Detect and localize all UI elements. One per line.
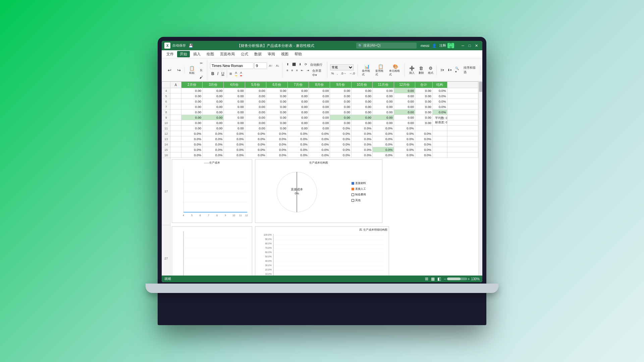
cell-g10[interactable]: 0.00	[287, 120, 309, 126]
cell-d4[interactable]: 0.00	[224, 88, 245, 94]
cell-h9[interactable]: 0.00	[309, 115, 330, 120]
cell-b13[interactable]: 0.0%	[181, 136, 202, 142]
redo-button[interactable]: ↪	[174, 67, 183, 73]
menu-view[interactable]: 视图	[278, 51, 291, 57]
cell-j15[interactable]: 0.0%	[351, 147, 372, 153]
cell-e9[interactable]: 0.00	[245, 115, 266, 120]
cell-l9[interactable]: 0.00	[394, 115, 415, 120]
cell-g8[interactable]: 0.00	[287, 110, 309, 115]
cell-d15[interactable]: 0.0%	[224, 147, 245, 153]
cell-m6[interactable]: 0.00	[415, 99, 432, 104]
menu-home[interactable]: 开始	[177, 51, 190, 57]
cell-k11[interactable]: 0.0%	[373, 126, 394, 131]
cell-j14[interactable]: 0.0%	[351, 142, 372, 147]
cell-e5[interactable]: 0.00	[245, 94, 266, 99]
cell-d10[interactable]: 0.00	[224, 120, 245, 126]
cell-c6[interactable]: 0.00	[203, 99, 224, 104]
align-middle-button[interactable]: ⬛	[291, 62, 297, 68]
conditional-format-button[interactable]: 📊 条件格式	[361, 63, 373, 77]
cell-c5[interactable]: 0.00	[203, 94, 224, 99]
cell-g9[interactable]: 0.00	[287, 115, 309, 120]
cell-d9[interactable]: 0.00	[224, 115, 245, 120]
cell-n6[interactable]: 0.0%	[432, 99, 447, 104]
vertical-scrollbar[interactable]	[478, 81, 482, 276]
cell-j5[interactable]: 0.00	[351, 94, 372, 99]
cell-c8[interactable]: 0.00	[203, 110, 224, 115]
decrease-indent-button[interactable]: ⇤	[300, 68, 305, 78]
cell-l8[interactable]: 0.00	[394, 110, 415, 115]
cell-k7[interactable]: 0.00	[373, 104, 394, 110]
menu-insert[interactable]: 插入	[191, 51, 203, 57]
cell-h11[interactable]: 0.00	[309, 126, 330, 131]
cell-g14[interactable]: 0.0%	[287, 142, 309, 147]
cell-i5[interactable]: 0.00	[330, 94, 351, 99]
cell-i12[interactable]: 0.0%	[330, 131, 351, 136]
cell-k10[interactable]: 0.00	[373, 120, 394, 126]
col-c-header[interactable]: 3月份	[203, 82, 224, 88]
cell-b8[interactable]: 0.00	[181, 110, 202, 115]
cell-c7[interactable]: 0.00	[203, 104, 224, 110]
cell-h7[interactable]: 0.00	[309, 104, 330, 110]
cell-d11[interactable]: 0.00	[224, 126, 245, 131]
format-as-table-button[interactable]: 📋 套用格式	[374, 63, 387, 77]
cell-h5[interactable]: 0.00	[309, 94, 330, 99]
increase-indent-button[interactable]: ⇥	[305, 68, 311, 78]
cell-g7[interactable]: 0.00	[287, 104, 309, 110]
cell-n4[interactable]: 0.0%	[432, 88, 447, 94]
cell-f9[interactable]: 0.00	[266, 115, 287, 120]
cell-m12[interactable]: 0.0%	[415, 131, 432, 136]
cell-l13[interactable]: 0.0%	[394, 136, 415, 142]
cell-a5[interactable]	[170, 94, 181, 99]
cell-i6[interactable]: 0.00	[330, 99, 351, 104]
cell-j11[interactable]: 0.0%	[351, 126, 372, 131]
cell-f12[interactable]: 0.0%	[266, 131, 287, 136]
cell-b16[interactable]: 0.0%	[181, 153, 202, 158]
paste-button[interactable]: 📋 粘贴	[187, 65, 196, 75]
cell-g15[interactable]: 0.0%	[287, 147, 309, 153]
save-icon[interactable]: 💾	[189, 44, 193, 48]
cell-l6[interactable]: 0.00	[394, 99, 415, 104]
cell-a16[interactable]	[170, 153, 181, 158]
cell-n8[interactable]: 0.0%	[432, 110, 447, 115]
cell-m5[interactable]: 0.00	[415, 94, 432, 99]
cell-a6[interactable]	[170, 99, 181, 104]
fill-button[interactable]: ⬇▾	[446, 68, 453, 72]
cell-h14[interactable]: 0.0%	[309, 142, 330, 147]
cell-i10[interactable]: 0.00	[330, 120, 351, 126]
zoom-out-button[interactable]: ─	[444, 277, 446, 281]
cell-m8[interactable]: 0.00	[415, 110, 432, 115]
cell-j4[interactable]: 0.00	[351, 88, 372, 94]
cell-k15[interactable]: 0.0%	[373, 147, 394, 153]
align-top-button[interactable]: ⬆	[285, 62, 290, 68]
cell-i15[interactable]: 0.0%	[330, 147, 351, 153]
cell-b11[interactable]: 0.00	[181, 126, 202, 131]
cell-m15[interactable]: 0.0%	[415, 147, 432, 153]
italic-button[interactable]: I	[216, 71, 220, 77]
cell-d14[interactable]: 0.0%	[224, 142, 245, 147]
cell-e10[interactable]: 0.00	[245, 120, 266, 126]
menu-page-layout[interactable]: 页面布局	[217, 51, 237, 57]
cell-a8[interactable]	[170, 110, 181, 115]
cell-h4[interactable]: 0.00	[309, 88, 330, 94]
cell-e13[interactable]: 0.0%	[245, 136, 266, 142]
cell-l11[interactable]: 0.0%	[394, 126, 415, 131]
cell-a14[interactable]	[170, 142, 181, 147]
cell-d16[interactable]: 0.0%	[224, 153, 245, 158]
border-button[interactable]: ⊞	[228, 71, 233, 76]
cell-e15[interactable]: 0.0%	[245, 147, 266, 153]
cell-n5[interactable]: 0.0%	[432, 94, 447, 99]
comma-button[interactable]: ,	[336, 71, 339, 76]
cell-b10[interactable]: 0.00	[181, 120, 202, 126]
cell-h8[interactable]: 0.00	[309, 110, 330, 115]
cell-j16[interactable]: 0.0%	[351, 153, 372, 158]
menu-file[interactable]: 文件	[164, 51, 176, 57]
cell-j9[interactable]: 0.00	[351, 115, 372, 120]
menu-review[interactable]: 审阅	[265, 51, 278, 57]
view-normal-icon[interactable]: ⊞	[425, 277, 428, 281]
bold-button[interactable]: B	[210, 71, 216, 77]
cell-i11[interactable]: 0.0%	[330, 126, 351, 131]
view-page-icon[interactable]: ▦	[431, 277, 435, 281]
cell-i16[interactable]: 0.0%	[330, 153, 351, 158]
cell-m10[interactable]: 0.00	[415, 120, 432, 126]
cell-m13[interactable]: 0.0%	[415, 136, 432, 142]
